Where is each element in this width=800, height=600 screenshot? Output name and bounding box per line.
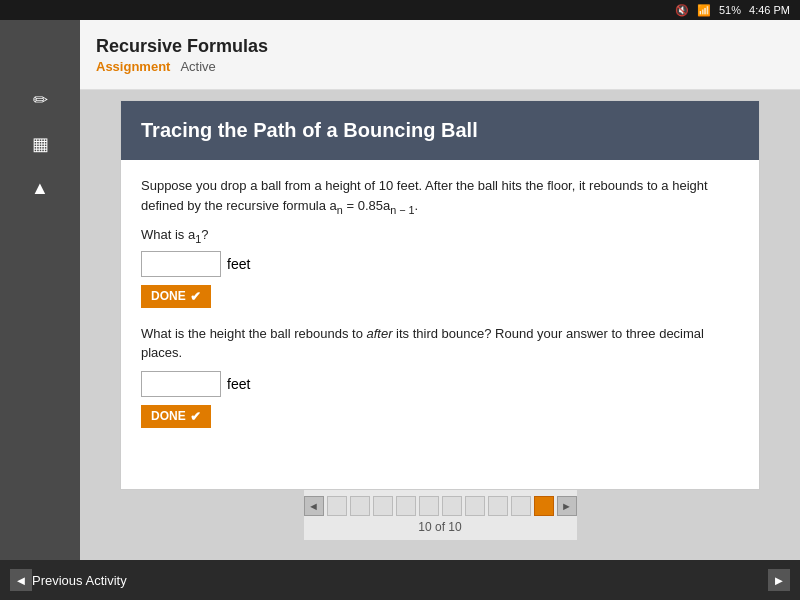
assignment-label: Assignment (96, 59, 170, 74)
page-2[interactable] (350, 496, 370, 516)
prev-activity-label: Previous Activity (32, 573, 127, 588)
page-1[interactable] (327, 496, 347, 516)
calculator-icon: ▦ (32, 133, 49, 155)
card-title: Tracing the Path of a Bouncing Ball (121, 101, 759, 160)
active-label: Active (180, 59, 215, 74)
page-4[interactable] (396, 496, 416, 516)
battery-level: 51% (719, 4, 741, 16)
status-bar: 🔇 📶 51% 4:46 PM (0, 0, 800, 20)
done-button-2[interactable]: DONE ✔ (141, 405, 211, 428)
question2-text: What is the height the ball rebounds to … (141, 324, 739, 363)
answer-input-1[interactable] (141, 251, 221, 277)
bottom-right-arrow[interactable]: ► (768, 569, 790, 591)
page-3[interactable] (373, 496, 393, 516)
page-9[interactable] (511, 496, 531, 516)
previous-activity-button[interactable]: Previous Activity (32, 573, 127, 588)
pencil-icon: ✏ (33, 89, 48, 111)
bottom-left-arrow[interactable]: ◄ (10, 569, 32, 591)
card-body: Suppose you drop a ball from a height of… (121, 160, 759, 460)
content-card: Tracing the Path of a Bouncing Ball Supp… (120, 100, 760, 490)
sidebar: ✏ ▦ ▲ (0, 20, 80, 560)
page-6[interactable] (442, 496, 462, 516)
scroll-up-button[interactable]: ▲ (16, 168, 64, 208)
up-icon: ▲ (31, 178, 49, 199)
question2-input-row: feet (141, 371, 739, 397)
page-title: Recursive Formulas (96, 36, 784, 57)
page-10[interactable] (534, 496, 554, 516)
next-page-arrow[interactable]: ► (557, 496, 577, 516)
unit-label-2: feet (227, 376, 250, 392)
calculator-button[interactable]: ▦ (16, 124, 64, 164)
wifi-icon: 📶 (697, 4, 711, 17)
answer-input-2[interactable] (141, 371, 221, 397)
question1-label: What is a1? (141, 227, 739, 245)
check-icon-2: ✔ (190, 409, 201, 424)
question-paragraph: Suppose you drop a ball from a height of… (141, 176, 739, 217)
subscript-n-minus: n − 1 (390, 203, 414, 215)
mute-icon: 🔇 (675, 4, 689, 17)
header-sub: Assignment Active (96, 59, 784, 74)
page-5[interactable] (419, 496, 439, 516)
content-scroll: Tracing the Path of a Bouncing Ball Supp… (80, 90, 800, 560)
prev-page-arrow[interactable]: ◄ (304, 496, 324, 516)
question1-input-row: feet (141, 251, 739, 277)
main-header: Recursive Formulas Assignment Active (80, 20, 800, 90)
page-7[interactable] (465, 496, 485, 516)
pencil-button[interactable]: ✏ (16, 80, 64, 120)
clock: 4:46 PM (749, 4, 790, 16)
bottom-nav: ◄ Previous Activity ► (0, 560, 800, 600)
page-count: 10 of 10 (418, 520, 461, 534)
pagination-bar: ◄ ► 10 of 10 (304, 490, 577, 540)
check-icon-1: ✔ (190, 289, 201, 304)
page-dots: ◄ ► (304, 496, 577, 516)
done-button-1[interactable]: DONE ✔ (141, 285, 211, 308)
unit-label-1: feet (227, 256, 250, 272)
page-8[interactable] (488, 496, 508, 516)
main-area: Recursive Formulas Assignment Active Tra… (80, 20, 800, 560)
